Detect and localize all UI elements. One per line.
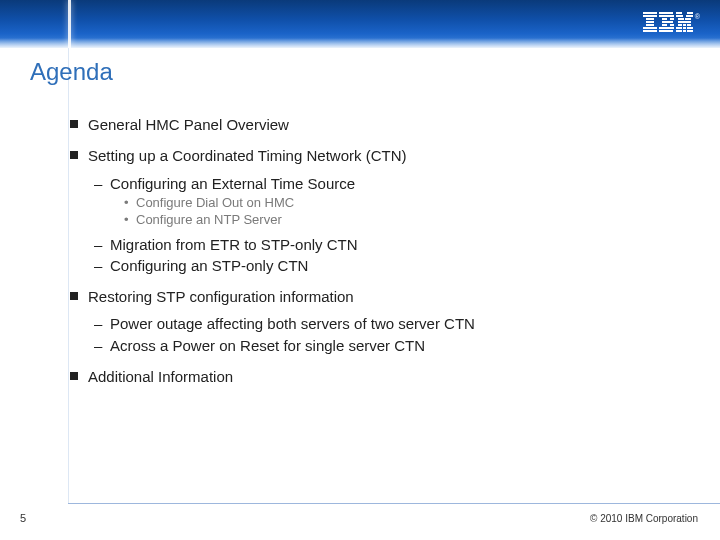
bullet-text: Restoring STP configuration information [88,288,354,305]
bullet-level3: Configure an NTP Server [124,213,680,228]
bullet-level2: Configuring an External Time Source [94,175,680,192]
svg-rect-16 [676,12,682,14]
svg-rect-17 [687,12,693,14]
bullet-level1: Additional Information [70,368,680,385]
bullet-text: Migration from ETR to STP-only CTN [110,236,358,253]
svg-rect-26 [676,27,682,29]
svg-rect-24 [683,24,686,26]
copyright: © 2010 IBM Corporation [590,513,698,524]
footer-divider [68,503,720,504]
svg-rect-5 [643,27,657,29]
svg-rect-25 [687,24,691,26]
svg-rect-19 [686,15,693,17]
bullet-text: Configuring an STP-only CTN [110,257,308,274]
svg-rect-18 [676,15,683,17]
svg-rect-29 [687,30,693,32]
svg-rect-21 [685,18,691,20]
bullet-text: Power outage affecting both servers of t… [110,315,475,332]
content-area: General HMC Panel Overview Setting up a … [70,116,680,399]
bullet-level1: Setting up a Coordinated Timing Network … [70,147,680,164]
bullet-text: Across a Power on Reset for single serve… [110,337,425,354]
svg-rect-20 [678,18,684,20]
svg-rect-7 [659,12,673,14]
banner-divider [68,0,71,48]
bullet-text: General HMC Panel Overview [88,116,289,133]
bullet-level2: Power outage affecting both servers of t… [94,315,680,332]
svg-rect-30 [683,27,686,29]
slide: ® Agenda General HMC Panel Overview Sett… [0,0,720,540]
svg-rect-4 [646,24,654,26]
svg-rect-10 [670,18,674,20]
svg-rect-13 [670,24,674,26]
page-number: 5 [20,512,26,524]
svg-rect-3 [646,21,654,23]
svg-rect-14 [659,27,674,29]
svg-rect-23 [678,24,682,26]
ibm-logo: ® [643,12,700,32]
bullet-text: Configure Dial Out on HMC [136,195,294,210]
bullet-level3: Configure Dial Out on HMC [124,196,680,211]
bullet-level2: Migration from ETR to STP-only CTN [94,236,680,253]
svg-rect-0 [643,12,657,14]
bullet-text: Configure an NTP Server [136,212,282,227]
svg-rect-12 [662,24,667,26]
svg-rect-11 [662,21,673,23]
svg-rect-31 [683,30,686,32]
bullet-text: Setting up a Coordinated Timing Network … [88,147,406,164]
bullet-level2: Across a Power on Reset for single serve… [94,337,680,354]
registered-mark: ® [695,13,700,20]
bullet-level1: Restoring STP configuration information [70,288,680,305]
svg-rect-27 [687,27,693,29]
top-banner: ® [0,0,720,48]
svg-rect-8 [659,15,674,17]
svg-rect-1 [643,15,657,17]
svg-rect-22 [678,21,691,23]
bullet-level2: Configuring an STP-only CTN [94,257,680,274]
svg-rect-9 [662,18,667,20]
bullet-text: Configuring an External Time Source [110,175,355,192]
bullet-text: Additional Information [88,368,233,385]
svg-rect-15 [659,30,673,32]
svg-rect-6 [643,30,657,32]
svg-rect-28 [676,30,682,32]
bullet-level1: General HMC Panel Overview [70,116,680,133]
left-accent-line [68,48,69,504]
slide-title: Agenda [30,58,113,86]
svg-rect-2 [646,18,654,20]
